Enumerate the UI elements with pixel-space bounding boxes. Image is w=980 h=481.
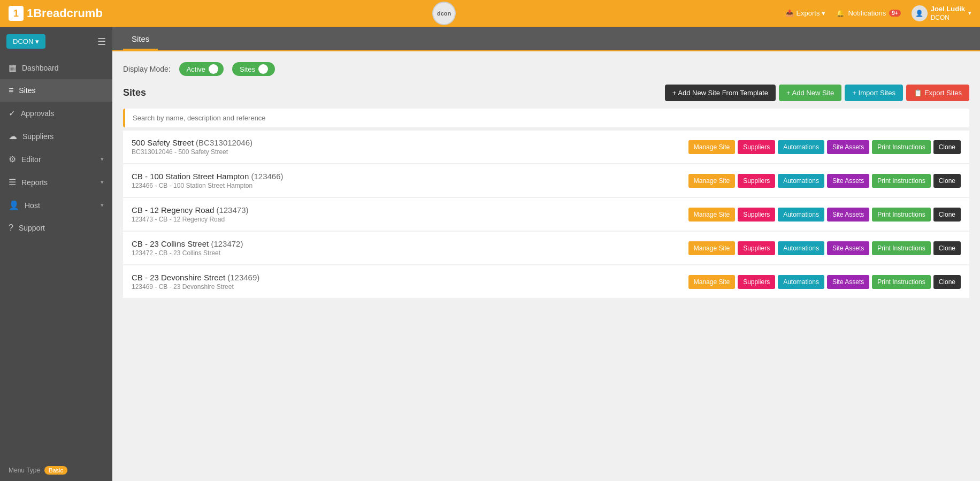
print-instructions-button[interactable]: Print Instructions	[872, 241, 930, 255]
sites-title: Sites	[123, 87, 146, 98]
active-toggle-dot	[209, 64, 218, 74]
table-row: CB - 100 Station Street Hampton (123466)…	[123, 164, 969, 197]
site-actions: Manage SiteSuppliersAutomationsSite Asse…	[688, 140, 961, 154]
site-assets-button[interactable]: Site Assets	[827, 275, 869, 289]
search-input[interactable]	[133, 114, 962, 122]
sites-action-buttons: + Add New Site From Template + Add New S…	[665, 85, 969, 101]
print-instructions-button[interactable]: Print Instructions	[872, 140, 930, 154]
sidebar-item-support[interactable]: ? Support	[0, 217, 112, 239]
suppliers-button[interactable]: Suppliers	[738, 241, 775, 255]
clone-button[interactable]: Clone	[933, 140, 961, 154]
nav-right: 📤 Exports ▾ 🔔 Notifications 9+ 👤 Joel Lu…	[785, 5, 971, 22]
site-list: 500 Safety Street (BC313012046)BC3130120…	[123, 131, 969, 298]
manage-site-button[interactable]: Manage Site	[688, 208, 735, 222]
hamburger-icon[interactable]: ☰	[97, 36, 106, 48]
suppliers-button[interactable]: Suppliers	[738, 275, 775, 289]
page-content: Display Mode: Active Sites Sites	[112, 51, 980, 481]
suppliers-button[interactable]: Suppliers	[738, 174, 775, 188]
sites-icon: ≡	[9, 86, 13, 95]
sidebar-header: DCON ▾ ☰	[0, 27, 112, 56]
site-assets-button[interactable]: Site Assets	[827, 241, 869, 255]
export-sites-button[interactable]: 📋 Export Sites	[906, 85, 969, 101]
center-logo: dcon	[432, 2, 456, 25]
suppliers-icon: ☁	[9, 131, 17, 141]
automations-button[interactable]: Automations	[778, 241, 824, 255]
automations-button[interactable]: Automations	[778, 275, 824, 289]
site-info: CB - 12 Regency Road (123473)123473 - CB…	[132, 205, 688, 223]
suppliers-button[interactable]: Suppliers	[738, 140, 775, 154]
sites-toggle[interactable]: Sites	[232, 62, 275, 76]
automations-button[interactable]: Automations	[778, 174, 824, 188]
print-instructions-button[interactable]: Print Instructions	[872, 275, 930, 289]
automations-button[interactable]: Automations	[778, 208, 824, 222]
user-org: DCON	[931, 14, 965, 22]
menu-type-value[interactable]: Basic	[44, 466, 67, 475]
dashboard-icon: ▦	[9, 63, 17, 73]
manage-site-button[interactable]: Manage Site	[688, 140, 735, 154]
user-name: Joel Ludik	[931, 5, 965, 14]
layout: DCON ▾ ☰ ▦ Dashboard ≡ Sites ✓ Approvals…	[0, 27, 980, 481]
clone-button[interactable]: Clone	[933, 241, 961, 255]
display-mode-section: Display Mode: Active Sites	[123, 62, 969, 76]
sidebar-item-sites[interactable]: ≡ Sites	[0, 79, 112, 102]
exports-menu[interactable]: 📤 Exports ▾	[785, 9, 825, 17]
active-toggle[interactable]: Active	[179, 62, 224, 76]
site-name: CB - 23 Devonshire Street (123469)	[132, 273, 688, 282]
sidebar-item-dashboard[interactable]: ▦ Dashboard	[0, 56, 112, 79]
editor-arrow-icon: ▾	[101, 156, 104, 163]
nav-center: dcon	[103, 2, 786, 25]
reports-icon: ☰	[9, 177, 16, 187]
site-info: CB - 23 Collins Street (123472)123472 - …	[132, 239, 688, 257]
notifications-button[interactable]: 🔔 Notifications 9+	[836, 9, 900, 17]
print-instructions-button[interactable]: Print Instructions	[872, 208, 930, 222]
bell-icon: 🔔	[836, 9, 845, 17]
manage-site-button[interactable]: Manage Site	[688, 174, 735, 188]
active-toggle-group: Active	[179, 62, 224, 76]
suppliers-button[interactable]: Suppliers	[738, 208, 775, 222]
manage-site-button[interactable]: Manage Site	[688, 275, 735, 289]
import-sites-button[interactable]: + Import Sites	[845, 85, 903, 101]
add-template-button[interactable]: + Add New Site From Template	[665, 85, 776, 101]
table-row: 500 Safety Street (BC313012046)BC3130120…	[123, 131, 969, 163]
support-icon: ?	[9, 223, 13, 233]
editor-icon: ⚙	[9, 154, 16, 164]
clone-button[interactable]: Clone	[933, 275, 961, 289]
site-id: (123469)	[227, 273, 259, 282]
site-assets-button[interactable]: Site Assets	[827, 140, 869, 154]
display-mode-label: Display Mode:	[123, 65, 171, 73]
print-instructions-button[interactable]: Print Instructions	[872, 174, 930, 188]
menu-type-section: Menu Type Basic	[0, 460, 112, 481]
sidebar-item-editor[interactable]: ⚙ Editor ▾	[0, 148, 112, 171]
site-sub: 123469 - CB - 23 Devonshire Street	[132, 283, 688, 291]
add-new-site-button[interactable]: + Add New Site	[779, 85, 841, 101]
sidebar-nav: ▦ Dashboard ≡ Sites ✓ Approvals ☁ Suppli…	[0, 56, 112, 460]
user-menu[interactable]: 👤 Joel Ludik DCON ▾	[912, 5, 971, 22]
clone-button[interactable]: Clone	[933, 208, 961, 222]
manage-site-button[interactable]: Manage Site	[688, 241, 735, 255]
org-button[interactable]: DCON ▾	[6, 34, 45, 49]
sidebar-item-host[interactable]: 👤 Host ▾	[0, 194, 112, 217]
reports-arrow-icon: ▾	[101, 179, 104, 186]
user-info: Joel Ludik DCON	[931, 5, 965, 22]
sites-tab[interactable]: Sites	[123, 29, 158, 50]
site-actions: Manage SiteSuppliersAutomationsSite Asse…	[688, 241, 961, 255]
site-actions: Manage SiteSuppliersAutomationsSite Asse…	[688, 208, 961, 222]
site-info: CB - 23 Devonshire Street (123469)123469…	[132, 273, 688, 291]
site-id: (123473)	[216, 205, 248, 215]
site-assets-button[interactable]: Site Assets	[827, 174, 869, 188]
sidebar-item-suppliers[interactable]: ☁ Suppliers	[0, 125, 112, 148]
site-assets-button[interactable]: Site Assets	[827, 208, 869, 222]
exports-arrow-icon: ▾	[822, 9, 825, 17]
export-sites-label: Export Sites	[924, 89, 962, 97]
site-sub: BC313012046 - 500 Safety Street	[132, 148, 688, 156]
site-id: (123466)	[251, 172, 283, 181]
logo[interactable]: 1 1Breadcrumb	[9, 6, 103, 21]
table-row: CB - 12 Regency Road (123473)123473 - CB…	[123, 198, 969, 231]
clone-button[interactable]: Clone	[933, 174, 961, 188]
site-actions: Manage SiteSuppliersAutomationsSite Asse…	[688, 174, 961, 188]
sidebar-item-approvals[interactable]: ✓ Approvals	[0, 102, 112, 125]
user-arrow-icon: ▾	[968, 10, 971, 17]
sidebar-item-reports[interactable]: ☰ Reports ▾	[0, 171, 112, 194]
automations-button[interactable]: Automations	[778, 140, 824, 154]
sidebar-label-reports: Reports	[21, 178, 95, 187]
